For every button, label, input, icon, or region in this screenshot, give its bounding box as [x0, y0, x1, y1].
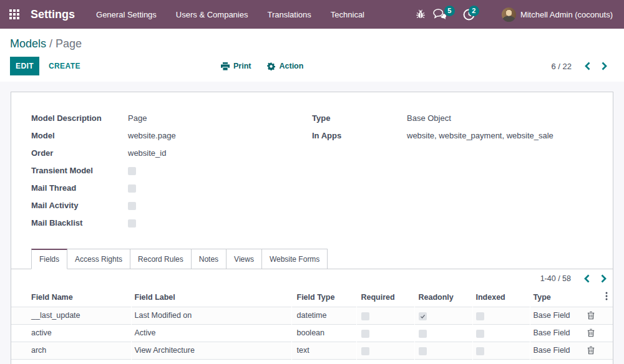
edit-button[interactable]: EDIT	[10, 57, 39, 75]
cell-required-checkbox-arch	[361, 347, 369, 355]
activities-menu-button[interactable]: 2	[462, 8, 475, 21]
delete-row-button[interactable]	[587, 311, 595, 320]
field-value-type: Base Object	[407, 113, 451, 125]
field-label-model: Model	[31, 131, 128, 142]
tab-notes[interactable]: Notes	[192, 249, 227, 269]
cell-delete-active	[582, 324, 600, 342]
breadcrumb-models-link[interactable]: Models	[10, 37, 46, 50]
cell-type-last-update: Base Field	[530, 307, 582, 324]
menu-users-companies[interactable]: Users & Companies	[176, 10, 248, 19]
cell-ftype-active: boolean	[291, 324, 356, 342]
cell-indexed-checkbox-active	[476, 330, 484, 338]
gear-icon	[267, 62, 275, 70]
action-menu-button[interactable]: Action	[267, 62, 303, 70]
topbar-menu: General SettingsUsers & CompaniesTransla…	[96, 10, 364, 19]
page-content: Model DescriptionPageModelwebsite.pageOr…	[0, 82, 624, 364]
debug-menu-button[interactable]	[416, 9, 426, 19]
form-row-mail-thread: Mail Thread	[31, 183, 312, 194]
column-header-field-type[interactable]: Field Type	[291, 288, 356, 307]
column-header-type[interactable]: Type	[530, 288, 582, 307]
cell-ftype-last-update: datetime	[291, 307, 356, 324]
fields-list: Field NameField LabelField TypeRequiredR…	[11, 288, 613, 364]
field-checkbox-mail-blacklist	[128, 219, 136, 228]
field-label-mail-blacklist: Mail Blacklist	[31, 218, 128, 229]
form-row-model: Modelwebsite.page	[31, 131, 312, 142]
field-label-in-apps: In Apps	[312, 131, 407, 142]
messages-count-badge: 5	[444, 6, 455, 16]
cell-readonly-last-update	[414, 307, 472, 324]
tab-views[interactable]: Views	[227, 249, 262, 269]
cell-readonly-checkbox-arch	[419, 347, 427, 355]
list-pager-previous-button[interactable]	[583, 274, 591, 283]
form-row-mail-blacklist: Mail Blacklist	[31, 218, 312, 229]
menu-technical[interactable]: Technical	[331, 10, 364, 19]
delete-row-button[interactable]	[587, 346, 595, 355]
messages-menu-button[interactable]: 5	[433, 9, 447, 20]
optional-columns-icon[interactable]	[605, 292, 608, 300]
field-row-active[interactable]: activeActivebooleanBase Field	[11, 324, 613, 342]
record-pager-value: 6 / 22	[551, 62, 572, 71]
column-header-indexed[interactable]: Indexed	[472, 288, 530, 307]
menu-translations[interactable]: Translations	[267, 10, 311, 19]
chevron-right-icon	[600, 274, 608, 283]
user-avatar[interactable]	[502, 7, 516, 22]
list-header-row: Field NameField LabelField TypeRequiredR…	[11, 288, 613, 307]
tab-record-rules[interactable]: Record Rules	[130, 249, 192, 269]
cell-indexed-last-update	[472, 307, 530, 324]
column-header-options[interactable]	[600, 288, 613, 307]
breadcrumb-current: Page	[56, 37, 82, 50]
chevron-right-icon	[600, 62, 608, 70]
field-row-last-update[interactable]: __last_updateLast Modified ondatetimeBas…	[11, 307, 613, 324]
cell-indexed-checkbox-last-update	[476, 312, 484, 320]
cell-required-checkbox-active	[361, 330, 369, 338]
cell-readonly-checkbox-active	[419, 330, 427, 338]
column-header-field-label[interactable]: Field Label	[131, 288, 291, 307]
cell-readonly-checkbox-last-update	[419, 312, 427, 320]
print-menu-button[interactable]: Print	[221, 62, 251, 70]
delete-row-button[interactable]	[587, 328, 595, 337]
control-panel-buttons: EDIT CREATE Print Action 6 / 22	[10, 57, 614, 75]
form-row-type: TypeBase Object	[312, 113, 593, 125]
field-label-type: Type	[312, 113, 407, 125]
form-row-in-apps: In Appswebsite, website_payment, website…	[312, 131, 593, 142]
cell-end-arch	[600, 342, 613, 359]
column-header-field-name[interactable]: Field Name	[11, 288, 131, 307]
cell-ftype-arch: text	[291, 342, 356, 359]
list-pager: 1-40 / 58	[11, 269, 613, 288]
cell-label-last-update: Last Modified on	[131, 307, 291, 324]
activities-count-badge: 2	[469, 6, 479, 16]
cell-end-active	[600, 324, 613, 342]
cell-delete-arch	[582, 342, 600, 359]
tab-fields[interactable]: Fields	[31, 249, 67, 269]
menu-general-settings[interactable]: General Settings	[96, 10, 157, 19]
field-label-model-description: Model Description	[31, 113, 128, 125]
field-label-mail-activity: Mail Activity	[31, 201, 128, 212]
tab-access-rights[interactable]: Access Rights	[67, 249, 130, 269]
create-button[interactable]: CREATE	[49, 62, 80, 70]
cell-indexed-checkbox-arch	[476, 347, 484, 355]
record-pager: 6 / 22	[551, 57, 608, 75]
chevron-left-icon	[583, 62, 592, 70]
column-header-readonly[interactable]: Readonly	[414, 288, 472, 307]
field-row-arch[interactable]: archView ArchitecturetextBase Field	[11, 342, 613, 359]
app-title[interactable]: Settings	[31, 8, 75, 21]
tab-website-forms[interactable]: Website Forms	[262, 249, 328, 269]
field-checkbox-transient-model	[128, 167, 136, 175]
cell-end-last-update	[600, 307, 613, 324]
pager-next-button[interactable]	[600, 62, 608, 70]
list-pager-next-button[interactable]	[600, 274, 608, 283]
cell-required-arch	[356, 342, 414, 359]
cell-type-arch: Base Field	[530, 342, 582, 359]
field-value-in-apps: website, website_payment, website_sale	[407, 131, 553, 142]
cell-label-active: Active	[131, 324, 291, 342]
checkmark-icon	[420, 314, 426, 319]
cell-name-active: active	[11, 324, 131, 342]
user-menu[interactable]: Mitchell Admin (coconuts)	[520, 10, 613, 19]
apps-menu-button[interactable]	[0, 0, 29, 29]
column-header-required[interactable]: Required	[356, 288, 414, 307]
cell-name-last-update: __last_update	[11, 307, 131, 324]
field-value-order: website_id	[128, 148, 166, 160]
pager-previous-button[interactable]	[583, 62, 592, 70]
form-sheet: Model DescriptionPageModelwebsite.pageOr…	[11, 92, 613, 364]
trash-icon	[587, 311, 595, 320]
